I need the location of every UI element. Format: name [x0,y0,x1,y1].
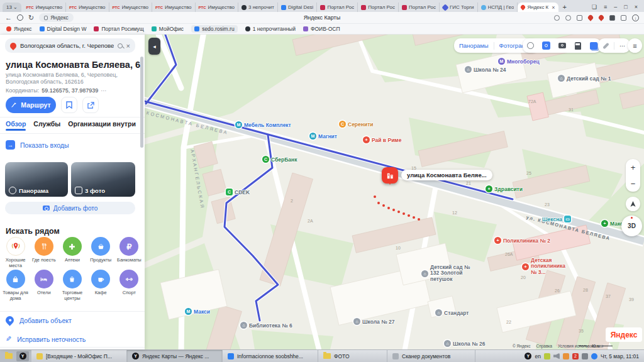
poi-mnogoborets[interactable]: ММногоборец [498,58,540,65]
tab-organizations[interactable]: Организации внутри [68,120,136,128]
traffic-icon[interactable] [526,41,535,50]
poi-maksi[interactable]: ММакси [185,308,210,315]
new-tab-button[interactable]: + [558,3,571,12]
tab-portal-ros-3[interactable]: Портал Рос [399,3,440,12]
layers-icon[interactable] [589,41,598,50]
clear-search-icon[interactable]: × [126,42,130,50]
compass-3d-button[interactable]: 3D [621,216,642,236]
minimize-button[interactable]: – [614,4,617,10]
close-button[interactable]: × [635,4,638,10]
poi-mebel-komplekt[interactable]: ММебель Комплект [235,121,291,128]
poi-magnit[interactable]: ММагнит [309,133,337,140]
tab-imushchestvo-4[interactable]: РТСИмущество [152,3,195,12]
poi-kindergarten-1[interactable]: ⌂Детский сад № 1 [558,75,611,82]
poi-cdek[interactable]: CCDEK [226,189,250,195]
clock[interactable]: Чт, 5 мар, 11:01 [601,353,639,359]
bookmark-flag-icon[interactable] [577,15,582,21]
fix-inaccuracy-link[interactable]: ✎ Исправить неточность [6,335,86,343]
search-icon[interactable] [118,43,123,48]
language-indicator[interactable]: en [535,353,540,359]
tab-mail[interactable]: 3 непрочит [238,3,278,12]
transit-icon[interactable] [573,41,582,50]
panorama-thumbnail[interactable]: Панорама [5,162,68,197]
search-input[interactable]: Вологодская область, г. Череповец, × [5,38,135,53]
poi-school-24[interactable]: ⌂Школа № 24 [465,66,506,73]
tab-imushchestvo-3[interactable]: РТСИмущество [109,3,152,12]
notification-badge-icon[interactable]: 2 [572,353,579,359]
bookmark-foiv[interactable]: ФОИВ-ОСП [303,26,340,32]
add-object-link[interactable]: Добавить объект [6,316,72,324]
save-bookmark-button[interactable] [61,97,77,113]
mail-tray-icon[interactable] [544,353,550,359]
sidebar-scrollbar[interactable] [140,57,143,148]
category-cafe[interactable]: Кафе [87,270,114,301]
poi-child-polyclinic-3[interactable]: +Детская поликлиника № 3... [522,258,571,275]
tab-gis-torgi[interactable]: ГИС Торги [440,3,478,12]
ruler-icon[interactable] [601,41,611,50]
bookmark-sedo[interactable]: sedo.rosim.ru [191,25,238,33]
show-entrances-link[interactable]: → Показать входы [6,140,69,150]
category-sport[interactable]: Спорт [115,270,143,301]
poi-library-6[interactable]: ⌂Библиотека № 6 [240,322,292,329]
file-manager-icon[interactable] [3,351,15,361]
zoom-out-button[interactable]: − [631,179,636,189]
hp-icon[interactable] [591,353,597,359]
bookmark-digital-design[interactable]: Digital Design W [40,26,87,32]
extension-pin-icon-1[interactable] [587,14,594,21]
poi-kindergarten-132[interactable]: ⌂Детский сад № 132 Золотой петушок [421,265,470,282]
map-canvas[interactable]: ◂ КОСМОНАВТА БЕЛЯЕВА АРХАНГЕЛЬСКАЯ ул. К… [145,35,644,349]
tab-portal-ros-2[interactable]: Портал Рос [358,3,399,12]
bookmark-unread[interactable]: 1 непрочитанный [245,26,296,32]
browser-menu-icon[interactable]: ≡ [604,4,607,10]
map-menu-button[interactable]: ≡ [628,38,642,53]
panorama-layer-icon[interactable] [541,41,551,50]
tab-portal-ros-1[interactable]: Портал Рос [317,3,358,12]
downloads-icon[interactable]: ↓ [632,14,639,21]
address-bar[interactable]: Яндекс [39,13,74,22]
category-good-places[interactable]: Хорошие места [2,237,30,268]
panoramas-button[interactable]: Панорамы [454,42,494,49]
poi-sheksna-stop[interactable]: ▭Шексна [542,216,571,222]
add-photo-button[interactable]: Добавить фото [5,202,135,214]
tab-counter[interactable]: 13 ⌄ [3,3,21,12]
tab-yandex-maps[interactable]: Яндекс К× [518,3,558,12]
category-groceries[interactable]: Продукты [87,237,114,268]
tab-services[interactable]: Службы [33,120,60,128]
taskbar-item-document[interactable]: Informacionnoe soobshhe... [223,350,318,362]
poi-school-27[interactable]: ⌂Школа № 27 [353,318,394,325]
side-panel-icon[interactable]: ❏ [592,4,597,10]
extension-pin-icon-2[interactable] [597,14,604,21]
category-hotels[interactable]: Отели [30,270,58,301]
collapse-sidebar-button[interactable]: ◂ [148,38,160,55]
poi-zdravsiti[interactable]: +Здравсити [486,185,523,192]
poi-serenity[interactable]: ССеренити [339,121,374,128]
share-button[interactable] [82,97,99,113]
tab-imushchestvo-1[interactable]: РТСИмущество [23,3,66,12]
bookmark-yandex[interactable]: Яндекс [6,26,32,32]
help-link[interactable]: Справка [536,344,552,348]
tab-imushchestvo-2[interactable]: РТСИмущество [66,3,109,12]
close-tab-icon[interactable]: × [552,4,555,11]
route-button[interactable]: Маршрут [6,97,56,113]
tab-imushchestvo-5[interactable]: РТСИмущество [196,3,238,12]
tab-digital-design[interactable]: Digital Desi [278,3,317,12]
yandex-tray-icon[interactable]: Y [525,353,531,359]
share-link-icon[interactable] [554,15,560,21]
taskbar-item-scanner[interactable]: Сканер документов [387,350,475,362]
category-home-goods[interactable]: Товары для дома [2,270,30,301]
category-malls[interactable]: Торговые центры [58,270,86,301]
poi-school-26[interactable]: ⌂Школа № 26 [444,340,485,347]
category-pharmacies[interactable]: Аптеки [58,237,86,268]
back-icon[interactable]: ← [5,14,12,21]
yandex-browser-icon[interactable]: Y [16,351,29,361]
tab-groups-icon[interactable] [621,15,626,21]
home-icon[interactable] [17,14,23,21]
locate-me-button[interactable] [626,197,640,211]
printer-icon[interactable] [582,353,588,359]
coordinates-value[interactable]: 59.126575, 37.987939 [42,87,98,94]
geo-icon[interactable] [565,15,571,21]
extension-dark-icon[interactable] [609,15,615,21]
taskbar-item-yandex-maps[interactable]: YЯндекс Карты — Яндекс ... [127,350,223,362]
reload-icon[interactable]: ↻ [28,14,34,21]
photos-layer-icon[interactable] [557,41,567,50]
